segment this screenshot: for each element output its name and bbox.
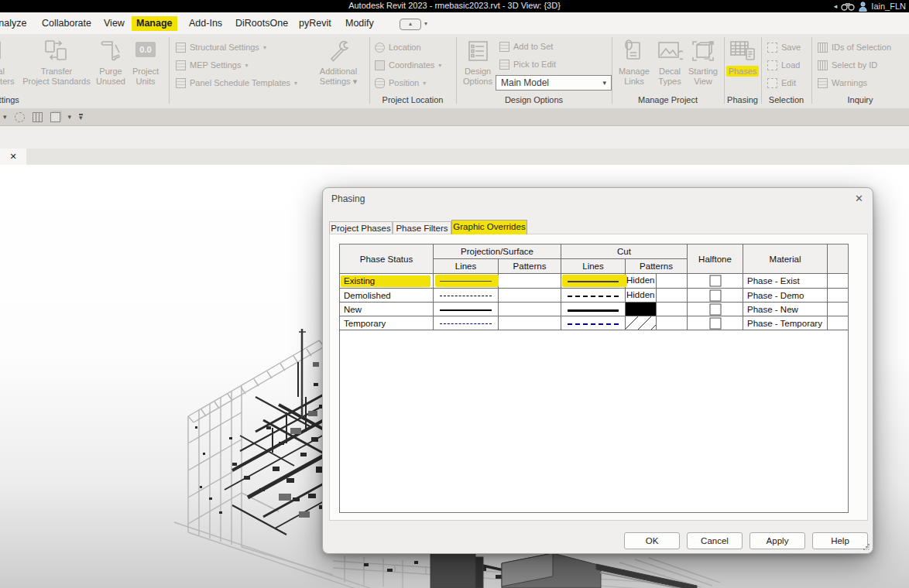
selection-save-icon (767, 43, 777, 53)
tab-graphic-overrides[interactable]: Graphic Overrides (451, 220, 527, 234)
structural-settings-button[interactable]: Structural Settings▾ (176, 41, 266, 53)
material-cell[interactable]: Phase - Temporary (743, 316, 828, 330)
ok-button[interactable]: OK (624, 532, 680, 549)
phases-button[interactable]: Phases (722, 37, 763, 93)
warnings-button[interactable]: Warnings (818, 77, 867, 89)
align-icon[interactable] (33, 112, 43, 122)
separator (811, 37, 812, 104)
cut-lines-cell[interactable] (561, 289, 626, 303)
halftone-checkbox[interactable] (709, 289, 721, 301)
move-crosshair-icon[interactable] (15, 112, 25, 122)
pick-to-edit-button[interactable]: Pick to Edit (499, 58, 556, 70)
tab-dirootsone[interactable]: DiRootsOne (231, 16, 293, 31)
tab-manage[interactable]: Manage (132, 16, 177, 31)
tab-pyrevit[interactable]: pyRevit (294, 16, 336, 31)
collapse-left-icon[interactable]: ◂ (834, 2, 838, 10)
halftone-cell[interactable] (688, 289, 743, 303)
selection-edit-button[interactable]: Edit (767, 77, 796, 89)
tab-collaborate[interactable]: Collaborate (37, 16, 96, 31)
cancel-button[interactable]: Cancel (687, 532, 743, 549)
proj-patterns-cell[interactable] (499, 274, 561, 289)
phase-status-cell[interactable]: New (340, 303, 434, 316)
collapse-panel-icon[interactable]: ▾ (79, 114, 83, 120)
halftone-checkbox[interactable] (709, 303, 721, 315)
help-button[interactable]: Help (812, 532, 868, 549)
manage-links-button[interactable]: ManageLinks (615, 37, 653, 93)
mep-settings-icon (176, 60, 186, 70)
halftone-cell[interactable] (688, 316, 743, 330)
username[interactable]: Iain_FLN (871, 2, 906, 11)
proj-lines-cell[interactable] (434, 274, 499, 289)
phasing-dialog: Phasing ✕ Project Phases Phase Filters G… (322, 187, 873, 554)
halftone-cell[interactable] (688, 274, 743, 289)
ribbon-minimize-caret-icon[interactable]: ▾ (424, 20, 427, 27)
ids-of-selection-barcode-icon (818, 43, 828, 53)
cut-lines-cell[interactable] (561, 274, 626, 289)
panel-label-project-location: Project Location (369, 95, 456, 106)
col-header-cut-lines: Lines (561, 259, 626, 274)
selection-load-button[interactable]: Load (767, 59, 800, 71)
tab-analyze[interactable]: Analyze (0, 16, 31, 31)
coordinates-button[interactable]: Coordinates▾ (375, 59, 441, 71)
add-to-set-button[interactable]: Add to Set (499, 40, 553, 53)
halftone-checkbox[interactable] (709, 275, 721, 287)
phase-status-cell[interactable]: Temporary (340, 316, 434, 330)
resize-grip[interactable] (863, 544, 870, 550)
tab-project-phases[interactable]: Project Phases (329, 221, 393, 234)
tab-add-ins[interactable]: Add-Ins (184, 16, 227, 31)
phase-status-cell[interactable]: Existing (340, 274, 434, 289)
mep-settings-button[interactable]: MEP Settings▾ (176, 59, 248, 71)
cut-patterns-cell[interactable] (626, 303, 688, 316)
spare-cell (828, 289, 848, 303)
halftone-cell[interactable] (688, 303, 743, 316)
cut-patterns-cell[interactable] (626, 316, 688, 330)
caret-down-icon: ▾ (245, 62, 248, 69)
tab-phase-filters[interactable]: Phase Filters (393, 221, 451, 234)
proj-lines-cell[interactable] (434, 289, 499, 303)
line-swatch (440, 323, 492, 324)
project-units-button[interactable]: 0.0 ProjectUnits (122, 37, 169, 93)
location-button[interactable]: Location (375, 41, 421, 53)
line-swatch (568, 296, 619, 297)
cut-lines-cell[interactable] (561, 316, 626, 330)
position-button[interactable]: Position▾ (375, 77, 426, 89)
proj-lines-cell[interactable] (434, 303, 499, 316)
ribbon-minimize-button[interactable]: ▴ (400, 19, 421, 30)
copy-to-clipboard-icon[interactable] (50, 112, 60, 122)
panel-schedule-templates-button[interactable]: Panel Schedule Templates▾ (176, 77, 297, 89)
cut-patterns-cell[interactable]: Hidden (626, 274, 688, 289)
ids-of-selection-button[interactable]: IDs of Selection (818, 41, 891, 53)
close-view-tab-icon[interactable]: ✕ (9, 152, 16, 162)
dialog-close-icon[interactable]: ✕ (855, 193, 863, 204)
proj-patterns-cell[interactable] (499, 289, 561, 303)
decal-types-button[interactable]: DecalTypes (652, 37, 688, 93)
halftone-checkbox[interactable] (709, 317, 721, 329)
view-tab[interactable]: ✕ (0, 149, 26, 165)
binoculars-icon[interactable] (841, 2, 855, 11)
selection-save-button[interactable]: Save (767, 41, 801, 53)
proj-lines-cell[interactable] (434, 316, 499, 330)
material-cell[interactable]: Phase - Exist (743, 274, 828, 289)
user-avatar-icon[interactable] (859, 2, 867, 12)
line-swatch (568, 309, 619, 312)
cut-lines-cell[interactable] (561, 303, 626, 316)
tab-modify[interactable]: Modify (341, 16, 379, 31)
separator (612, 37, 612, 104)
separator (169, 37, 170, 104)
caret-down-icon[interactable]: ▾ (3, 113, 7, 121)
additional-settings-button[interactable]: AdditionalSettings ▾ (313, 37, 364, 93)
select-by-id-button[interactable]: Select by ID (818, 59, 877, 71)
material-cell[interactable]: Phase - New (743, 303, 828, 316)
panel-label-selection: Selection (761, 95, 811, 106)
material-cell[interactable]: Phase - Demo (743, 289, 828, 303)
caret-down-icon[interactable]: ▾ (68, 113, 72, 121)
design-options-button[interactable]: DesignOptions (456, 37, 499, 93)
starting-view-button[interactable]: StartingView (684, 37, 722, 93)
phase-status-cell[interactable]: Demolished (340, 289, 434, 303)
proj-patterns-cell[interactable] (499, 303, 561, 316)
active-design-option-dropdown[interactable]: Main Model ▾ (496, 75, 612, 91)
cut-patterns-cell[interactable]: Hidden (626, 289, 688, 303)
proj-patterns-cell[interactable] (499, 316, 561, 330)
apply-button[interactable]: Apply (749, 532, 805, 549)
tab-view[interactable]: View (99, 16, 129, 31)
